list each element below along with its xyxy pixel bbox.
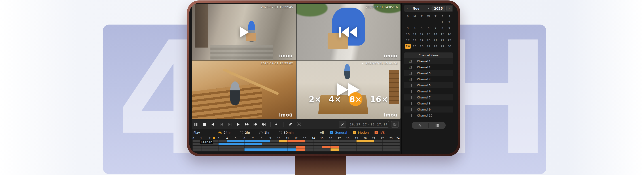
- timeline-track[interactable]: [192, 140, 400, 142]
- stop-button[interactable]: [202, 121, 207, 127]
- timeline-track[interactable]: [192, 146, 400, 148]
- segment-motion[interactable]: [279, 140, 288, 142]
- calendar-date[interactable]: 7: [433, 26, 438, 30]
- calendar-date[interactable]: 12: [419, 32, 425, 37]
- video-channel-top-left[interactable]: 2025-07-31 15:22:45 imoü: [192, 4, 296, 60]
- prev-record-button[interactable]: [252, 121, 258, 127]
- calendar-date[interactable]: 27: [426, 44, 432, 49]
- channel-checkbox[interactable]: [409, 90, 412, 93]
- channel-checkbox[interactable]: [409, 72, 412, 75]
- pin-button[interactable]: [287, 121, 293, 127]
- clip-time-range[interactable]: 18: 27: 17 - 19: 27: 17: [348, 121, 389, 128]
- playhead[interactable]: 03:12:12: [214, 137, 214, 151]
- ai-search-button[interactable]: [412, 122, 429, 129]
- calendar-date[interactable]: 16: [446, 32, 452, 37]
- calendar-date[interactable]: 21: [433, 38, 438, 43]
- speed-option-4×[interactable]: 4×: [329, 95, 341, 104]
- calendar-next-button[interactable]: ›: [446, 5, 452, 11]
- duration-radio-24hr[interactable]: 24hr: [218, 131, 231, 134]
- segment-ivs[interactable]: [296, 149, 305, 151]
- segment-ivs[interactable]: [296, 146, 305, 148]
- segment-motion[interactable]: [330, 149, 339, 151]
- fast-forward-button[interactable]: [244, 121, 250, 127]
- channel-row[interactable]: Channel 5: [404, 82, 453, 88]
- channel-checkbox[interactable]: [409, 108, 412, 111]
- type-checkbox-Motion[interactable]: ✓Motion: [353, 131, 368, 134]
- duration-radio-30min[interactable]: 30min: [278, 131, 294, 134]
- calendar-date[interactable]: 10: [405, 32, 411, 37]
- save-clip-button[interactable]: [391, 121, 399, 128]
- video-channel-top-right[interactable]: 2025-07-31 14:05:16 imoü: [296, 4, 401, 60]
- channel-row[interactable]: ✓Channel 1: [404, 58, 453, 64]
- calendar-date[interactable]: 18: [412, 38, 418, 43]
- next-record-button[interactable]: [261, 121, 267, 127]
- segment-general[interactable]: [244, 149, 296, 151]
- frame-forward-button[interactable]: [227, 121, 233, 127]
- channel-row[interactable]: Channel 3: [404, 70, 453, 76]
- zoom-focus-button[interactable]: [296, 121, 302, 127]
- calendar-date[interactable]: 9: [446, 26, 452, 30]
- segment-ivs[interactable]: [322, 146, 339, 148]
- type-checkbox-IVS[interactable]: ✓IVS: [374, 131, 385, 134]
- calendar-date[interactable]: 4: [412, 26, 418, 30]
- calendar-date[interactable]: 29: [440, 44, 446, 49]
- channel-checkbox[interactable]: ✓: [409, 78, 412, 81]
- play-overlay-icon[interactable]: [238, 26, 250, 38]
- timeline-track[interactable]: [192, 143, 400, 145]
- calendar-date[interactable]: 25: [412, 44, 418, 49]
- calendar-date[interactable]: 3: [405, 26, 411, 30]
- duration-radio-1hr[interactable]: 1hr: [259, 131, 270, 134]
- calendar-date[interactable]: 14: [433, 32, 438, 37]
- channel-row[interactable]: Channel 7: [404, 94, 453, 100]
- type-checkbox-General[interactable]: ✓General: [330, 131, 347, 134]
- calendar-date[interactable]: 13: [426, 32, 432, 37]
- speed-option-2×[interactable]: 2×: [309, 95, 321, 104]
- segment-general[interactable]: [218, 143, 262, 145]
- calendar-date[interactable]: 2: [446, 20, 452, 24]
- calendar-date[interactable]: 30: [446, 44, 452, 49]
- duration-radio-2hr[interactable]: 2hr: [240, 131, 250, 134]
- clip-scissors-button[interactable]: [339, 121, 346, 128]
- timeline-ruler[interactable]: 0123456789101112131415161718192021222324: [192, 136, 400, 140]
- segment-general[interactable]: [227, 140, 270, 142]
- segment-motion[interactable]: [356, 140, 374, 142]
- play-backward-button[interactable]: [210, 121, 216, 127]
- calendar-date[interactable]: 17: [405, 38, 411, 43]
- calendar-date[interactable]: 15: [440, 32, 446, 37]
- frame-back-button[interactable]: [218, 121, 224, 127]
- pause-button[interactable]: [193, 121, 199, 127]
- channel-checkbox[interactable]: [409, 102, 412, 105]
- channel-row[interactable]: Channel 8: [404, 100, 453, 107]
- list-view-button[interactable]: [429, 122, 446, 129]
- calendar-date[interactable]: 5: [419, 26, 425, 30]
- rewind-overlay-icon[interactable]: [338, 26, 358, 38]
- calendar-prev-button[interactable]: ‹: [405, 6, 410, 11]
- calendar-date[interactable]: 22: [440, 38, 446, 43]
- calendar-date[interactable]: 20: [426, 38, 432, 43]
- channel-checkbox[interactable]: [409, 114, 412, 117]
- calendar-date[interactable]: 8: [440, 26, 446, 30]
- calendar-date[interactable]: 19: [419, 38, 425, 43]
- volume-button[interactable]: [274, 121, 280, 127]
- timeline-track[interactable]: [192, 149, 400, 151]
- calendar-date[interactable]: 11: [412, 32, 418, 37]
- channel-row[interactable]: ✓Channel 2: [404, 64, 453, 70]
- calendar-date[interactable]: 24: [405, 44, 411, 49]
- channel-row[interactable]: ✓Channel 4: [404, 76, 453, 82]
- channel-checkbox[interactable]: [409, 96, 412, 99]
- speed-option-16×[interactable]: 16×: [370, 95, 388, 104]
- channel-checkbox[interactable]: ✓: [409, 66, 412, 69]
- speed-option-8×[interactable]: 8×: [348, 92, 362, 106]
- video-channel-bottom-right[interactable]: 2025-07-31 15:03:02 2×4×8×16× imoü: [296, 60, 401, 119]
- channel-row[interactable]: Channel 6: [404, 88, 453, 94]
- playhead-knob[interactable]: [213, 137, 215, 139]
- play-forward-button[interactable]: [236, 121, 241, 127]
- channel-row[interactable]: Channel 9: [404, 107, 453, 113]
- video-channel-bottom-left[interactable]: 2025-07-31 15:23:02 imoü: [192, 60, 296, 119]
- calendar-date[interactable]: 26: [419, 44, 425, 49]
- month-selector[interactable]: Nov ▾: [411, 7, 430, 10]
- year-display[interactable]: 2025: [432, 6, 445, 11]
- channel-checkbox[interactable]: ✓: [409, 60, 412, 63]
- segment-ivs[interactable]: [287, 140, 304, 142]
- calendar-date[interactable]: 23: [446, 38, 452, 43]
